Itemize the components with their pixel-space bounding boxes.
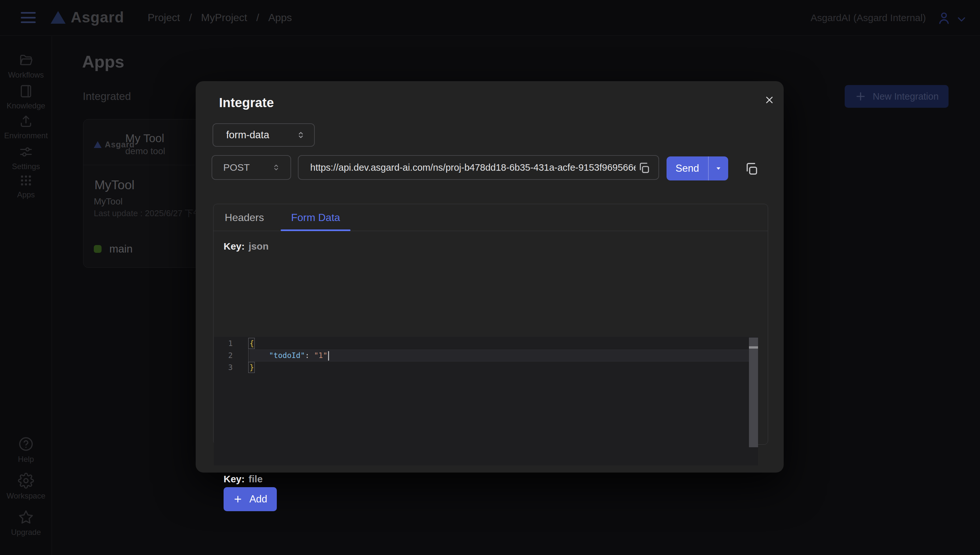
send-button[interactable]: Send — [666, 156, 728, 180]
copy-request-button[interactable] — [744, 162, 760, 176]
plus-icon — [233, 494, 243, 504]
asgard-triangle-icon — [94, 141, 102, 148]
key-label: Key: — [224, 473, 245, 484]
code-line: 3 } — [214, 362, 758, 374]
sidebar-item-settings[interactable]: Settings — [0, 144, 52, 171]
file-key-row: Key:file — [224, 473, 263, 484]
text-cursor — [328, 351, 329, 361]
line-number: 3 — [214, 362, 250, 374]
body-type-value: form-data — [226, 129, 269, 141]
scrollbar-thumb[interactable] — [749, 338, 758, 447]
app-name: MyTool — [94, 178, 135, 192]
last-update: Last update : 2025/6/27 下午4 — [94, 208, 205, 219]
modal-title: Integrate — [219, 95, 274, 110]
account-label: AsgardAI (Asgard Internal) — [810, 12, 926, 23]
copy-url-icon[interactable] — [638, 162, 652, 175]
sidebar-item-apps[interactable]: Apps — [0, 173, 52, 199]
sidebar-item-upgrade[interactable]: Upgrade — [0, 509, 52, 537]
active-tab-underline — [281, 229, 351, 231]
key-label: Key: — [224, 241, 245, 252]
add-file-button[interactable]: Add — [224, 487, 277, 511]
tool-description: demo tool — [125, 146, 165, 156]
json-value-token: "1" — [314, 351, 327, 359]
branch-status-dot — [94, 245, 102, 253]
plus-icon — [854, 90, 867, 103]
line-number: 2 — [214, 350, 250, 362]
close-icon — [764, 95, 775, 106]
close-brace-token: } — [250, 363, 254, 372]
top-bar: Asgard Project / MyProject / Apps Asgard… — [0, 0, 980, 36]
sidebar-item-label: Knowledge — [7, 101, 45, 110]
app-root: Asgard Project / MyProject / Apps Asgard… — [0, 0, 980, 555]
sidebar-item-help[interactable]: Help — [0, 436, 52, 464]
new-integration-button[interactable]: New Integration — [845, 85, 948, 108]
integrate-modal: Integrate form-data POST Send Hea — [196, 81, 784, 473]
sidebar-item-label: Help — [18, 455, 34, 464]
select-caret-icon — [272, 163, 281, 172]
json-key-row: Key:json — [224, 241, 269, 252]
new-integration-label: New Integration — [873, 91, 938, 102]
brand-name: Asgard — [71, 8, 124, 26]
branch-name: main — [109, 243, 133, 255]
tab-bar: Headers Form Data — [213, 204, 768, 231]
key-name-file: file — [248, 473, 263, 484]
breadcrumb-myproject[interactable]: MyProject — [201, 12, 247, 24]
send-label: Send — [666, 156, 708, 180]
url-input[interactable] — [298, 155, 659, 180]
breadcrumb-project[interactable]: Project — [148, 12, 180, 24]
copy-icon — [638, 162, 651, 175]
sidebar-item-workflows[interactable]: Workflows — [0, 53, 52, 80]
request-body-panel: Headers Form Data Key:json 1 { — [213, 204, 768, 445]
tool-name: My Tool — [125, 132, 164, 145]
line-number: 1 — [214, 338, 250, 350]
method-select[interactable]: POST — [211, 155, 291, 180]
breadcrumb-separator: / — [189, 12, 192, 24]
body-type-select[interactable]: form-data — [213, 124, 315, 147]
tab-headers[interactable]: Headers — [217, 204, 272, 231]
star-icon — [18, 509, 34, 525]
grid-icon — [19, 173, 34, 188]
scrollbar-cursor-marker — [749, 346, 758, 348]
send-options-caret[interactable] — [708, 156, 728, 180]
editor-scrollbar[interactable] — [749, 337, 758, 465]
close-button[interactable] — [761, 91, 778, 108]
breadcrumb-separator: / — [256, 12, 259, 24]
code-line: 1 { — [214, 338, 758, 350]
upload-icon — [19, 114, 34, 128]
colon-token: : — [305, 351, 314, 359]
sidebar-item-label: Apps — [17, 190, 35, 199]
tab-form-data[interactable]: Form Data — [281, 204, 351, 231]
help-icon — [18, 436, 34, 452]
sidebar: Workflows Knowledge Environment Settings… — [0, 36, 52, 555]
gear-icon — [18, 473, 34, 489]
select-caret-icon — [296, 130, 306, 140]
open-brace-token: { — [250, 339, 254, 348]
code-line: 2 "todoId": "1" — [214, 350, 758, 362]
tab-form-data-label: Form Data — [291, 212, 340, 224]
breadcrumb: Project / MyProject / Apps — [148, 12, 292, 24]
sidebar-item-knowledge[interactable]: Knowledge — [0, 84, 52, 110]
tab-integrated[interactable]: Integrated — [83, 90, 131, 103]
sidebar-item-workspace[interactable]: Workspace — [0, 473, 52, 500]
sidebar-item-label: Workflows — [8, 71, 44, 80]
method-value: POST — [223, 162, 250, 173]
page-title: Apps — [82, 52, 124, 71]
chevron-down-icon[interactable] — [955, 13, 968, 25]
breadcrumb-apps[interactable]: Apps — [268, 12, 292, 24]
sidebar-item-label: Environment — [4, 131, 48, 140]
asgard-logo — [51, 11, 66, 24]
menu-icon[interactable] — [21, 12, 36, 23]
json-code-editor[interactable]: 1 { 2 "todoId": "1" 3 } — [214, 337, 758, 465]
sidebar-item-environment[interactable]: Environment — [0, 114, 52, 140]
sidebar-item-label: Upgrade — [11, 528, 41, 537]
book-icon — [19, 84, 34, 99]
user-icon[interactable] — [937, 10, 951, 25]
sidebar-item-label: Workspace — [6, 491, 45, 500]
json-key-token: "todoId" — [269, 351, 305, 359]
key-name-json: json — [248, 241, 269, 252]
folder-icon — [19, 53, 34, 68]
sidebar-item-label: Settings — [12, 162, 40, 171]
copy-icon — [744, 162, 759, 176]
caret-down-icon — [714, 164, 723, 173]
app-subtitle: MyTool — [94, 196, 123, 207]
